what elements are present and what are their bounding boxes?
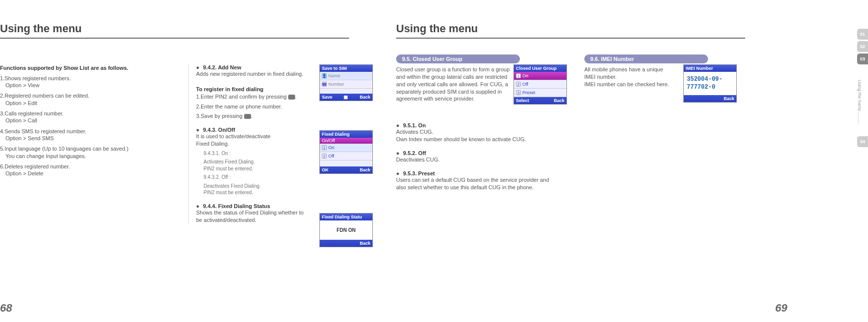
title-rule	[396, 38, 745, 39]
ss-imei-body: 352004-09-777702-0	[684, 72, 736, 95]
tab-02[interactable]: 02	[857, 41, 868, 52]
section-944-body: Shows the status of Fixed Dialing whethe…	[196, 209, 310, 224]
screenshot-cug: Closed User Group 1On 2Off 3Preset Selec…	[513, 64, 567, 105]
left-page: Using the menu Functions supported by Sh…	[0, 0, 396, 322]
phone-icon: ☎	[322, 82, 327, 87]
page-number: 68	[0, 302, 12, 315]
reg-step-2: 2.Enter the name or phone number.	[196, 103, 342, 110]
ss-title: Closed User Group	[514, 65, 566, 72]
ss-row: 2Off	[320, 152, 372, 161]
ss-row: 2Off	[514, 80, 566, 89]
ss-row: ☎Number	[320, 80, 372, 89]
list-item: 6.Deletes registered number.Option > Del…	[0, 163, 171, 177]
ss-row: 3Preset	[514, 89, 566, 97]
section-953: ●9.5.3. Preset	[396, 170, 567, 176]
right-page: Using the menu 9.5. Closed User Group Cl…	[396, 0, 792, 322]
ss-title: Fixed Dialing	[320, 131, 372, 138]
ss-status-body: FDN ON	[320, 220, 372, 240]
page-number: 69	[775, 302, 787, 315]
section-953-body: Users can set a default CUG based on the…	[396, 176, 555, 191]
ss-footer: Save▦Back	[320, 94, 372, 101]
section-pill-96: 9.6. IMEI Number	[584, 54, 708, 63]
section-951-body: Activates CUG.Own Index number should be…	[396, 128, 567, 143]
section-pill-95: 9.5. Closed User Group	[396, 54, 520, 63]
section-9432-body: Deactivates Fixed Dialing.PIN2 must be e…	[204, 183, 342, 196]
ss-row: 👤Name	[320, 72, 372, 80]
section-9432: 9.4.3.2. Off :	[204, 174, 342, 181]
section-95-body: Closed user group is a function to form …	[396, 66, 510, 103]
ss-footer: OKBack	[320, 166, 372, 173]
list-item: 2.Registered numbers can be edited.Optio…	[0, 92, 171, 107]
section-952: ●9.5.2. Off	[396, 150, 567, 156]
tab-03[interactable]: 03	[857, 54, 868, 64]
ss-row: 1On	[514, 72, 566, 80]
num-icon: 3	[516, 90, 521, 95]
reg-step-3: 3.Save by pressing .	[196, 112, 342, 120]
screenshot-fixed-dialing: Fixed Dialing On/Off 1On 2Off OKBack	[319, 130, 373, 174]
page-title: Using the menu	[396, 22, 792, 35]
ss-title: Fixed Dialing Statu	[320, 214, 372, 220]
left-col2: ●9.4.2. Add New Adds new registered numb…	[188, 64, 342, 224]
num-icon: 2	[516, 82, 521, 87]
tab-04[interactable]: 04	[857, 136, 868, 147]
page-title: Using the menu	[0, 22, 396, 35]
ss-title: Save to SIM	[320, 65, 372, 72]
func-heading: Functions supported by Show List are as …	[0, 64, 171, 72]
ss-footer: Back	[684, 95, 736, 102]
section-952-body: Deactivates CUG.	[396, 156, 567, 163]
screenshot-save-to-sim: Save to SIM 👤Name ☎Number Save▦Back	[319, 64, 373, 101]
num-icon: 2	[322, 154, 327, 159]
screenshot-imei: IMEI Number 352004-09-777702-0 Back	[683, 64, 737, 103]
func-list: 1.Shows registered numbers.Option > View…	[0, 75, 171, 177]
key-icon	[288, 95, 295, 100]
num-icon: 1	[322, 145, 327, 150]
screenshot-fdn-status: Fixed Dialing Statu FDN ON Back	[319, 213, 373, 247]
ss-subtitle: On/Off	[320, 138, 372, 144]
ss-title: IMEI Number	[684, 65, 736, 72]
list-item: 4.Sends SMS to registered number.Option …	[0, 128, 171, 142]
ss-footer: SelectBack	[514, 97, 566, 104]
person-icon: 👤	[322, 73, 327, 78]
list-item: 3.Calls registered number.Option > Call	[0, 110, 171, 124]
tab-01[interactable]: 01	[857, 29, 868, 40]
left-col1: Functions supported by Show List are as …	[0, 64, 171, 180]
list-item: 1.Shows registered numbers.Option > View	[0, 75, 171, 89]
tab-label: Using the menu .........	[857, 67, 862, 136]
title-rule	[0, 38, 349, 39]
ss-row: 1On	[320, 144, 372, 152]
center-icon: ▦	[344, 95, 348, 100]
section-96-body: All mobile phones have a unique IMEI num…	[584, 66, 671, 88]
num-icon: 1	[516, 73, 521, 78]
ss-footer: Back	[320, 240, 372, 247]
list-item: 5.Input language (Up to 10 languages can…	[0, 145, 171, 160]
section-944: ●9.4.4. Fixed Dialing Status	[196, 203, 342, 209]
key-icon	[244, 114, 251, 119]
section-951: ●9.5.1. On	[396, 122, 567, 128]
side-tabs: 01 02 03 Using the menu ......... 04	[857, 29, 868, 149]
